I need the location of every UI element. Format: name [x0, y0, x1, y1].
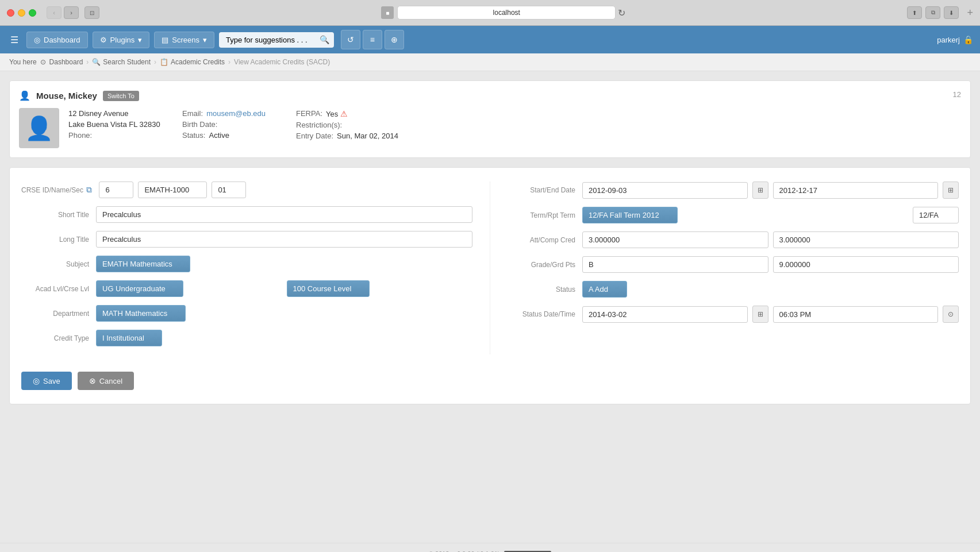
- credit-type-select[interactable]: I Institutional: [96, 330, 162, 346]
- new-tab-button[interactable]: +: [967, 7, 973, 19]
- short-title-controls: [96, 206, 472, 223]
- comp-input[interactable]: [773, 231, 959, 248]
- refresh-icon-button[interactable]: ↺: [341, 30, 360, 49]
- att-input[interactable]: [582, 231, 768, 248]
- copy-icon[interactable]: ⧉: [86, 185, 92, 194]
- att-comp-controls: [582, 231, 959, 248]
- long-title-input[interactable]: [96, 231, 472, 248]
- crse-id-row: CRSE ID/Name/Sec ⧉: [21, 182, 472, 198]
- cancel-button[interactable]: ⊗ Cancel: [78, 372, 134, 390]
- globe-icon-button[interactable]: ⊕: [385, 30, 404, 49]
- start-date-calendar-icon[interactable]: ⊞: [752, 182, 768, 199]
- academic-credits-icon: 📋: [160, 58, 168, 66]
- search-input[interactable]: [219, 32, 334, 48]
- entry-date-value: Sun, Mar 02, 2014: [337, 132, 398, 140]
- grd-pts-input[interactable]: [773, 256, 959, 273]
- sidebar-toggle-button[interactable]: ⊡: [84, 6, 99, 19]
- breadcrumb-search-student[interactable]: 🔍 Search Student: [92, 58, 151, 66]
- search-icon-button[interactable]: 🔍: [320, 35, 329, 44]
- end-date-calendar-icon[interactable]: ⊞: [943, 182, 959, 199]
- switch-to-button[interactable]: Switch To: [103, 91, 139, 101]
- status-time-input[interactable]: [773, 306, 939, 323]
- status-date-row: Status Date/Time ⊞ ⊙: [508, 306, 959, 323]
- breadcrumb-academic-credits[interactable]: 📋 Academic Credits: [160, 58, 225, 66]
- credit-type-label: Credit Type: [21, 334, 96, 342]
- short-title-input[interactable]: [96, 206, 472, 223]
- crse-lvl-select[interactable]: 100 Course Level: [287, 280, 370, 297]
- department-select[interactable]: MATH Mathematics: [96, 305, 186, 322]
- restrictions-row: Restriction(s):: [296, 119, 398, 130]
- contact-col: Email: mousem@eb.edu Birth Date: Status:…: [182, 108, 285, 148]
- department-label: Department: [21, 310, 96, 318]
- minimize-button[interactable]: [18, 9, 25, 17]
- cancel-icon: ⊗: [89, 376, 96, 385]
- grade-pts-controls: [582, 256, 959, 273]
- main-content: 👤 Mouse, Mickey Switch To 👤 12 Disney Av…: [0, 71, 980, 543]
- back-button[interactable]: ‹: [47, 6, 62, 19]
- subject-label: Subject: [21, 260, 96, 268]
- status-field-label: Status: [508, 285, 582, 294]
- list-icon-button[interactable]: ≡: [363, 30, 382, 49]
- email-link[interactable]: mousem@eb.edu: [206, 109, 266, 118]
- crse-lvl-select-wrapper: 100 Course Level: [287, 280, 473, 297]
- plugins-chevron-icon: ▾: [138, 36, 142, 44]
- status-date-calendar-icon[interactable]: ⊞: [752, 306, 768, 323]
- header-icons: ↺ ≡ ⊕: [341, 30, 404, 49]
- birth-date-label: Birth Date:: [182, 120, 217, 129]
- breadcrumb-sep-2: ›: [154, 58, 156, 66]
- ferpa-value: Yes: [326, 110, 338, 118]
- screens-nav-button[interactable]: ▤ Screens ▾: [154, 32, 214, 48]
- student-card: 👤 Mouse, Mickey Switch To 👤 12 Disney Av…: [9, 80, 971, 158]
- plugins-icon: ⚙: [100, 36, 107, 44]
- user-area[interactable]: parkerj 🔒: [937, 35, 973, 44]
- acad-lvl-controls: UG Undergraduate 100 Course Level: [96, 280, 472, 297]
- entry-date-label: Entry Date:: [296, 132, 333, 140]
- breadcrumb: You here ⊙ Dashboard › 🔍 Search Student …: [0, 53, 980, 71]
- fullscreen-button[interactable]: ⧉: [925, 6, 940, 19]
- form-right-column: Start/End Date ⊞ ⊞ Term/Rpt Term 12: [490, 182, 959, 354]
- address-col: 12 Disney Avenue Lake Buena Vista FL 328…: [68, 108, 171, 148]
- breadcrumb-dashboard[interactable]: Dashboard: [49, 58, 83, 66]
- acad-lvl-row: Acad Lvl/Crse Lvl UG Undergraduate 100 C…: [21, 280, 472, 297]
- short-title-row: Short Title: [21, 206, 472, 223]
- maximize-button[interactable]: [29, 9, 36, 17]
- dashboard-nav-button[interactable]: ◎ Dashboard: [26, 32, 88, 48]
- status-select[interactable]: A Add: [582, 281, 627, 298]
- crse-id-input[interactable]: [99, 182, 133, 198]
- download-button[interactable]: ⬇: [944, 6, 959, 19]
- credit-type-controls: I Institutional: [96, 330, 472, 346]
- address-line1-row: 12 Disney Avenue: [68, 108, 171, 119]
- acad-lvl-select[interactable]: UG Undergraduate: [96, 280, 183, 297]
- term-select[interactable]: 12/FA Fall Term 2012: [582, 207, 678, 223]
- plugins-label: Plugins: [110, 36, 135, 44]
- plugins-nav-button[interactable]: ⚙ Plugins ▾: [93, 32, 150, 48]
- crse-name-input[interactable]: [138, 182, 207, 198]
- save-button[interactable]: ◎ Save: [21, 372, 72, 390]
- status-row: Status: Active: [182, 130, 285, 141]
- student-person-icon: 👤: [19, 90, 30, 101]
- url-bar[interactable]: localhost: [397, 6, 616, 20]
- address-line2-row: Lake Buena Vista FL 32830: [68, 119, 171, 130]
- hamburger-menu-button[interactable]: ☰: [7, 31, 22, 49]
- save-label: Save: [43, 377, 60, 385]
- restrictions-label: Restriction(s):: [296, 121, 342, 129]
- att-comp-row: Att/Comp Cred: [508, 231, 959, 248]
- start-date-input[interactable]: [582, 182, 748, 199]
- phone-row: Phone:: [68, 130, 171, 141]
- status-time-clock-icon[interactable]: ⊙: [943, 306, 959, 323]
- share-button[interactable]: ⬆: [907, 6, 922, 19]
- rpt-term-input[interactable]: [913, 207, 959, 223]
- forward-button[interactable]: ›: [64, 6, 79, 19]
- crse-sec-input[interactable]: [212, 182, 246, 198]
- screens-chevron-icon: ▾: [203, 36, 207, 44]
- reload-button[interactable]: ↻: [618, 7, 625, 18]
- status-date-input[interactable]: [582, 306, 748, 323]
- search-container: 🔍: [219, 32, 334, 48]
- acad-lvl-label: Acad Lvl/Crse Lvl: [21, 285, 96, 293]
- end-date-input[interactable]: [773, 182, 939, 199]
- status-row: Status A Add: [508, 281, 959, 298]
- grade-pts-row: Grade/Grd Pts: [508, 256, 959, 273]
- close-button[interactable]: [7, 9, 14, 17]
- grade-input[interactable]: [582, 256, 768, 273]
- subject-select[interactable]: EMATH Mathematics: [96, 256, 190, 272]
